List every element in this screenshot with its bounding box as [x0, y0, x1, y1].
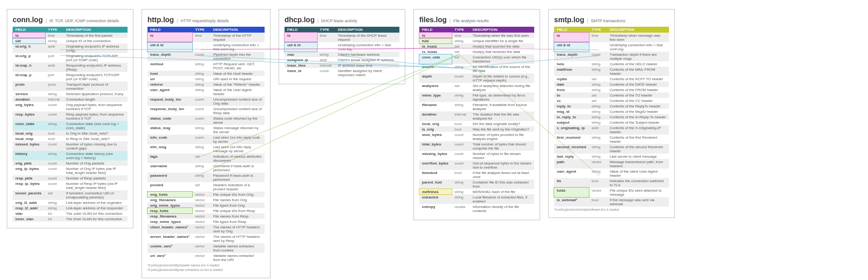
column-header: TYPE [45, 27, 63, 33]
field-name: fuids [554, 188, 589, 197]
log-title: smtp.log [554, 16, 584, 24]
field-type: string [452, 92, 470, 102]
field-name: response_body_len [147, 106, 192, 116]
field-type: vector [589, 159, 607, 169]
field-type: time [589, 33, 607, 42]
field-type: count [45, 141, 63, 151]
table-row: tosetContents of the TO header [554, 92, 669, 98]
field-type: vector [192, 213, 210, 219]
field-type: string [589, 144, 607, 154]
table-row: missed_bytescountNumber of bytes missing… [13, 141, 128, 151]
field-name: referrer [147, 82, 192, 87]
table-row: rcpttosetContents of the RCPT TO header [554, 76, 669, 82]
field-type: string [45, 121, 63, 130]
log-subtitle: File analysis results [453, 19, 489, 23]
field-type: set [192, 154, 210, 163]
table-row: orig_filenamesvectorFile names from Orig [147, 197, 265, 203]
field-description: Indicators of various attributes discove… [210, 154, 265, 163]
table-row: trans_idcountIdentifier assigned by clie… [285, 68, 399, 77]
table-row: local_origboolDid the data originate loc… [419, 121, 534, 126]
field-name: tls [554, 178, 589, 188]
table-row: sourcestringAn identification of the sou… [419, 64, 534, 73]
column-header: FIELD [13, 27, 45, 33]
field-type: count [192, 116, 210, 125]
table-row: seen_bytescountNumber of bytes provided … [419, 132, 534, 141]
field-type: string [192, 82, 210, 87]
field-description: Is Resp in Site::local_nets? [63, 136, 128, 141]
table-row: tunnel_parentssetIf tunneled, connection… [13, 190, 128, 200]
field-type: set [452, 83, 470, 92]
field-name: uri_vars² [147, 253, 192, 262]
field-type: bool [589, 197, 607, 207]
table-row: tagssetIndicators of various attributes … [147, 154, 265, 163]
table-row: referrerstringValue of the "Referer" hea… [147, 82, 265, 87]
field-description: Timestamp of the first packet [63, 33, 128, 38]
field-type: string [589, 67, 607, 76]
field-type: string [45, 91, 63, 97]
field-description: Unique ID of the connection [63, 38, 128, 43]
field-name: msg_id [554, 109, 589, 114]
table-row: resp_mime_typesvectorFile types from Res… [147, 219, 265, 224]
field-type: count [45, 111, 63, 121]
field-description: Did the data originate locally? [470, 121, 534, 126]
field-name: mac [285, 52, 317, 57]
field-name: request_body_len [147, 97, 192, 106]
title-separator: | [177, 18, 178, 23]
field-description: Last seen 1xx info reply code by server [210, 135, 265, 144]
field-description: Set of analyzers attached during file an… [470, 83, 534, 92]
table-row: resp_pktscountNumber of Resp packets [13, 175, 128, 181]
field-description: Responding endpoint's TCP/UDP port (or I… [63, 72, 128, 82]
field-type: string [192, 71, 210, 76]
field-description: File names from Resp [210, 213, 265, 219]
table-row: uid & idUnderlying connection info > See… [285, 42, 399, 52]
field-name: duration [419, 111, 452, 121]
field-description: If the message was sent via webmail [607, 197, 669, 207]
table-row: helostringContents of the HELO header [554, 61, 669, 67]
log-title: dhcp.log [285, 16, 315, 24]
field-description: Contents of the MsgID header [607, 109, 669, 114]
field-type: string [589, 135, 607, 144]
field-name: id.orig_h [13, 43, 45, 53]
field-description: The duration that the file was analyzed … [470, 111, 534, 121]
field-type: bool [45, 130, 63, 136]
field-name: trans_depth [147, 52, 192, 61]
field-description: Total number of bytes that should compri… [470, 141, 534, 151]
field-name: password [147, 173, 192, 182]
field-name: mailfrom [554, 67, 589, 76]
field-type: int [45, 216, 63, 222]
table-row: fromstringContents of the FROM header [554, 87, 669, 92]
table-row: tx_hostssetHost(s) that sourced the data [419, 43, 534, 49]
field-name: uid & id [147, 42, 192, 52]
table-row: status_msgstringStatus message returned … [147, 125, 265, 135]
field-description: The inner VLAN for this connection [63, 216, 128, 222]
field-name: rx_hosts [419, 49, 452, 54]
field-description: Value of the "Referer" header [210, 82, 265, 87]
table-row: status_codecountStatus code returned by … [147, 116, 265, 125]
field-description: Orig payload bytes; from sequence number… [63, 102, 128, 111]
table-row: orig_bytescountOrig payload bytes; from … [13, 102, 128, 111]
field-description: Transaction depth if there are multiple … [607, 52, 669, 61]
table-row: extractedstringLocal filename of extract… [419, 194, 534, 204]
field-type: count [45, 102, 63, 111]
field-type: set [452, 49, 470, 54]
log-schema-diagram: conn.log|IP, TCP, UDP, ICMP connection d… [7, 9, 861, 278]
log-title: http.log [147, 16, 174, 24]
column-header: FIELD [554, 27, 589, 33]
table-row: md5/sha1stringMD5/SHA1 hash of the file [419, 189, 534, 194]
field-description: Username if basic-auth is performed [210, 163, 265, 173]
table-row: tstimeTimestamp of the DHCP lease reques… [285, 33, 399, 42]
field-name: ts [554, 33, 589, 42]
field-description: Connection length [63, 97, 128, 102]
title-separator: | [587, 18, 588, 23]
field-type: bool [452, 121, 470, 126]
field-type: bool [45, 136, 63, 141]
field-type: string [589, 82, 607, 87]
field-name: missed_bytes [13, 141, 45, 151]
field-description: Variable names extracted from the URI [210, 253, 265, 262]
field-name: server_header_names¹ [147, 234, 192, 243]
field-description: Contents of the MAIL FROM header [607, 67, 669, 76]
table-row: is_webmail¹boolIf the message was sent v… [554, 197, 669, 207]
field-description: Responding endpoint's IP address (Resp) [63, 63, 128, 72]
log-title: conn.log [13, 16, 43, 24]
table-row: fuidstringUnique identifier for a single… [419, 38, 534, 43]
